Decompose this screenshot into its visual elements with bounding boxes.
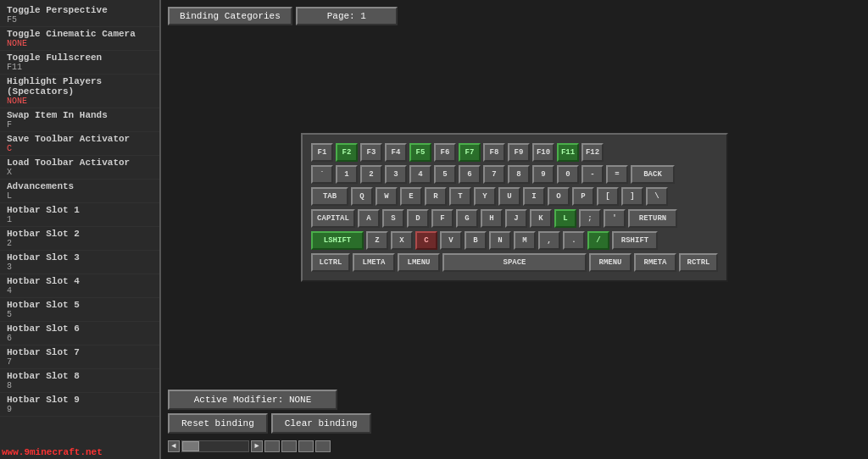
page-button[interactable]: Page: 1 <box>296 7 398 25</box>
key-f7[interactable]: F7 <box>459 143 481 162</box>
binding-categories-button[interactable]: Binding Categories <box>168 7 292 25</box>
key-backslash[interactable]: \ <box>646 187 668 206</box>
key-minus[interactable]: - <box>581 165 604 184</box>
key-backtick[interactable]: ` <box>311 165 333 184</box>
key-h[interactable]: H <box>481 209 503 228</box>
key-7[interactable]: 7 <box>483 165 505 184</box>
key-capital[interactable]: CAPITAL <box>311 209 355 228</box>
sidebar-item-hotbar-6[interactable]: Hotbar Slot 6 6 <box>0 322 159 346</box>
scroll-page-btn-3[interactable] <box>298 440 314 452</box>
key-2[interactable]: 2 <box>360 165 382 184</box>
key-tab[interactable]: TAB <box>311 187 348 206</box>
sidebar-item-hotbar-3[interactable]: Hotbar Slot 3 3 <box>0 251 159 274</box>
key-d[interactable]: D <box>407 209 429 228</box>
scroll-thumb[interactable] <box>182 441 199 451</box>
key-f11[interactable]: F11 <box>557 143 579 162</box>
key-t[interactable]: T <box>449 187 471 206</box>
sidebar-item-hotbar-5[interactable]: Hotbar Slot 5 5 <box>0 298 159 322</box>
key-p[interactable]: P <box>572 187 594 206</box>
key-i[interactable]: I <box>523 187 545 206</box>
key-g[interactable]: G <box>456 209 478 228</box>
key-f5[interactable]: F5 <box>409 143 431 162</box>
sidebar-item-hotbar-4[interactable]: Hotbar Slot 4 4 <box>0 274 159 298</box>
key-semicolon[interactable]: ; <box>579 209 601 228</box>
key-x[interactable]: X <box>391 231 413 250</box>
key-f3[interactable]: F3 <box>360 143 382 162</box>
key-w[interactable]: W <box>376 187 398 206</box>
key-f4[interactable]: F4 <box>385 143 407 162</box>
scroll-right-arrow[interactable]: ► <box>251 440 263 452</box>
key-f9[interactable]: F9 <box>508 143 530 162</box>
key-slash[interactable]: / <box>587 231 609 250</box>
key-f6[interactable]: F6 <box>434 143 456 162</box>
clear-binding-button[interactable]: Clear binding <box>271 413 371 434</box>
modifier-button[interactable]: Active Modifier: NONE <box>168 390 337 410</box>
sidebar-item-hotbar-9[interactable]: Hotbar Slot 9 9 <box>0 393 159 417</box>
key-6[interactable]: 6 <box>459 165 481 184</box>
sidebar-item-swap-item[interactable]: Swap Item In Hands F <box>0 108 159 132</box>
key-lbracket[interactable]: [ <box>597 187 619 206</box>
sidebar-item-toggle-fullscreen[interactable]: Toggle Fullscreen F11 <box>0 51 159 75</box>
key-o[interactable]: O <box>548 187 570 206</box>
key-r[interactable]: R <box>425 187 447 206</box>
key-period[interactable]: . <box>563 231 585 250</box>
key-u[interactable]: U <box>498 187 520 206</box>
key-rbracket[interactable]: ] <box>621 187 643 206</box>
sidebar[interactable]: Toggle Perspective F5 Toggle Cinematic C… <box>0 0 161 459</box>
key-8[interactable]: 8 <box>508 165 530 184</box>
key-n[interactable]: N <box>489 231 511 250</box>
key-1[interactable]: 1 <box>336 165 358 184</box>
key-5[interactable]: 5 <box>434 165 456 184</box>
key-q[interactable]: Q <box>351 187 373 206</box>
key-v[interactable]: V <box>440 231 462 250</box>
key-quote[interactable]: ' <box>604 209 626 228</box>
scroll-page-btn-2[interactable] <box>281 440 297 452</box>
key-lmenu[interactable]: LMENU <box>398 253 440 272</box>
key-3[interactable]: 3 <box>385 165 407 184</box>
key-return[interactable]: RETURN <box>628 209 677 228</box>
sidebar-item-save-toolbar[interactable]: Save Toolbar Activator C <box>0 132 159 156</box>
key-9[interactable]: 9 <box>532 165 554 184</box>
sidebar-item-hotbar-2[interactable]: Hotbar Slot 2 2 <box>0 227 159 251</box>
sidebar-item-toggle-perspective[interactable]: Toggle Perspective F5 <box>0 3 159 27</box>
key-rctrl[interactable]: RCTRL <box>679 253 718 272</box>
key-b[interactable]: B <box>465 231 487 250</box>
sidebar-item-cinematic-camera[interactable]: Toggle Cinematic Camera NONE <box>0 27 159 51</box>
key-4[interactable]: 4 <box>409 165 431 184</box>
key-rshift[interactable]: RSHIFT <box>612 231 658 250</box>
key-a[interactable]: A <box>358 209 380 228</box>
key-f1[interactable]: F1 <box>311 143 333 162</box>
key-y[interactable]: Y <box>474 187 496 206</box>
sidebar-item-hotbar-7[interactable]: Hotbar Slot 7 7 <box>0 346 159 369</box>
key-s[interactable]: S <box>382 209 404 228</box>
key-f[interactable]: F <box>431 209 453 228</box>
key-f8[interactable]: F8 <box>483 143 505 162</box>
key-rmeta[interactable]: RMETA <box>634 253 676 272</box>
scroll-page-btn-1[interactable] <box>264 440 280 452</box>
key-j[interactable]: J <box>505 209 527 228</box>
key-back[interactable]: BACK <box>631 165 675 184</box>
key-lmeta[interactable]: LMETA <box>353 253 395 272</box>
sidebar-item-hotbar-1[interactable]: Hotbar Slot 1 1 <box>0 203 159 227</box>
key-k[interactable]: K <box>530 209 552 228</box>
key-rmenu[interactable]: RMENU <box>589 253 632 272</box>
key-m[interactable]: M <box>514 231 536 250</box>
scroll-track[interactable] <box>181 440 249 452</box>
key-lctrl[interactable]: LCTRL <box>311 253 350 272</box>
key-z[interactable]: Z <box>366 231 388 250</box>
key-f10[interactable]: F10 <box>532 143 554 162</box>
scroll-left-arrow[interactable]: ◄ <box>168 440 180 452</box>
key-e[interactable]: E <box>400 187 422 206</box>
key-lshift[interactable]: LSHIFT <box>311 231 364 250</box>
sidebar-item-load-toolbar[interactable]: Load Toolbar Activator X <box>0 156 159 180</box>
key-space[interactable]: SPACE <box>442 253 587 272</box>
key-comma[interactable]: , <box>538 231 560 250</box>
key-c[interactable]: C <box>415 231 437 250</box>
key-f12[interactable]: F12 <box>581 143 604 162</box>
key-0[interactable]: 0 <box>557 165 579 184</box>
sidebar-item-highlight-players[interactable]: Highlight Players (Spectators) NONE <box>0 75 159 108</box>
reset-binding-button[interactable]: Reset binding <box>168 413 268 434</box>
scroll-page-btn-4[interactable] <box>315 440 331 452</box>
sidebar-item-hotbar-8[interactable]: Hotbar Slot 8 8 <box>0 369 159 393</box>
sidebar-item-advancements[interactable]: Advancements L <box>0 180 159 203</box>
